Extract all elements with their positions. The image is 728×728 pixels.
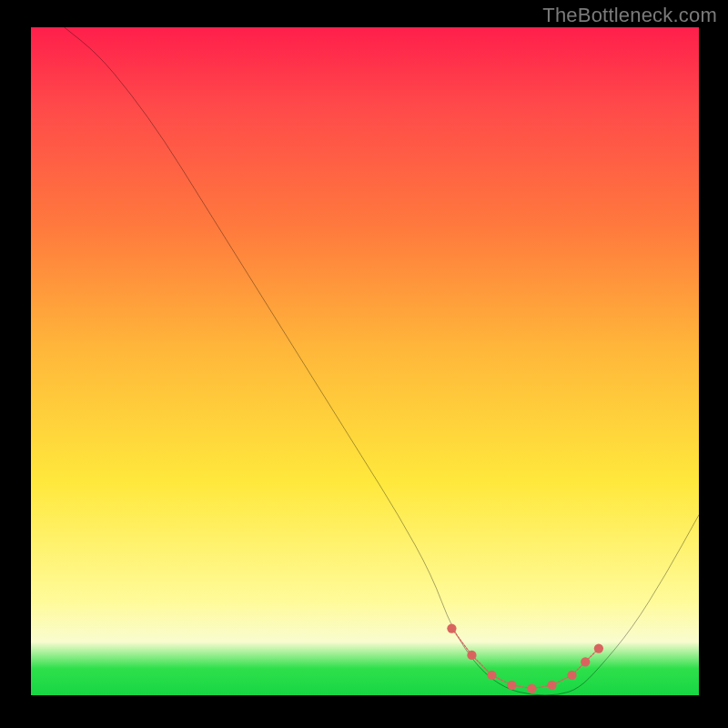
- highlight-segment: [451, 629, 471, 655]
- chart-container: TheBottleneck.com: [0, 0, 728, 728]
- bottleneck-curve: [65, 27, 699, 695]
- plot-area: [31, 27, 699, 695]
- watermark-label: TheBottleneck.com: [542, 4, 717, 27]
- highlight-segment: [491, 675, 511, 685]
- highlight-markers: [447, 623, 603, 693]
- highlight-segment: [552, 675, 572, 685]
- highlight-segment: [471, 655, 491, 675]
- curve-layer: [31, 27, 699, 695]
